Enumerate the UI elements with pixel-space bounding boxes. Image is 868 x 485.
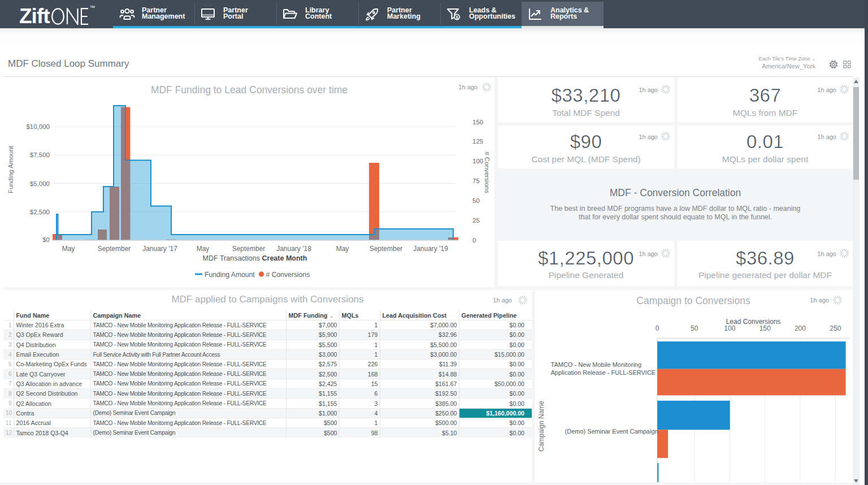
svg-text:January '17: January '17 bbox=[142, 245, 177, 253]
svg-text:Campaign Name: Campaign Name bbox=[537, 401, 545, 452]
svg-text:125: 125 bbox=[472, 138, 483, 145]
svg-text:100: 100 bbox=[472, 158, 483, 164]
svg-text:0: 0 bbox=[656, 324, 659, 332]
svg-text:50: 50 bbox=[472, 197, 480, 204]
svg-text:100: 100 bbox=[724, 324, 735, 332]
svg-text:January '19: January '19 bbox=[413, 245, 448, 253]
svg-text:Funding Amount: Funding Amount bbox=[7, 145, 14, 193]
svg-text:MDF Funding to Lead Conversion: MDF Funding to Lead Conversions over tim… bbox=[151, 84, 348, 96]
svg-text:200: 200 bbox=[795, 324, 806, 332]
svg-text:# Conversions: # Conversions bbox=[484, 151, 491, 193]
svg-text:Campaign to Conversions: Campaign to Conversions bbox=[636, 295, 750, 306]
svg-text:May: May bbox=[62, 245, 75, 253]
svg-text:150: 150 bbox=[760, 324, 771, 332]
svg-text:$2,500: $2,500 bbox=[30, 209, 50, 215]
svg-text:January '18: January '18 bbox=[276, 245, 311, 253]
svg-text:0: 0 bbox=[472, 237, 476, 244]
svg-text:50: 50 bbox=[691, 324, 698, 332]
svg-text:75: 75 bbox=[472, 177, 480, 184]
svg-text:May: May bbox=[336, 245, 349, 253]
svg-text:# Conversions: # Conversions bbox=[266, 271, 310, 279]
svg-text:September: September bbox=[232, 245, 266, 253]
svg-text:$5,000: $5,000 bbox=[30, 180, 50, 187]
svg-text:Application Release - FULL-SER: Application Release - FULL-SERVICE bbox=[551, 369, 656, 376]
svg-text:September: September bbox=[370, 245, 403, 253]
svg-text:(Demo) Seminar Event Campaign: (Demo) Seminar Event Campaign bbox=[565, 428, 658, 435]
svg-text:250: 250 bbox=[830, 324, 841, 332]
svg-text:TAMCO - New Mobile Monitoring: TAMCO - New Mobile Monitoring bbox=[551, 361, 642, 368]
svg-text:25: 25 bbox=[472, 217, 480, 224]
svg-text:150: 150 bbox=[472, 119, 483, 125]
svg-text:May: May bbox=[197, 245, 210, 253]
svg-text:$7,500: $7,500 bbox=[30, 151, 50, 158]
svg-text:$10,000: $10,000 bbox=[26, 123, 50, 130]
svg-text:MDF Transactions Create Month: MDF Transactions Create Month bbox=[203, 254, 307, 262]
svg-text:Funding Amount: Funding Amount bbox=[205, 271, 255, 279]
svg-text:September: September bbox=[98, 245, 131, 253]
svg-text:$0: $0 bbox=[42, 236, 50, 243]
